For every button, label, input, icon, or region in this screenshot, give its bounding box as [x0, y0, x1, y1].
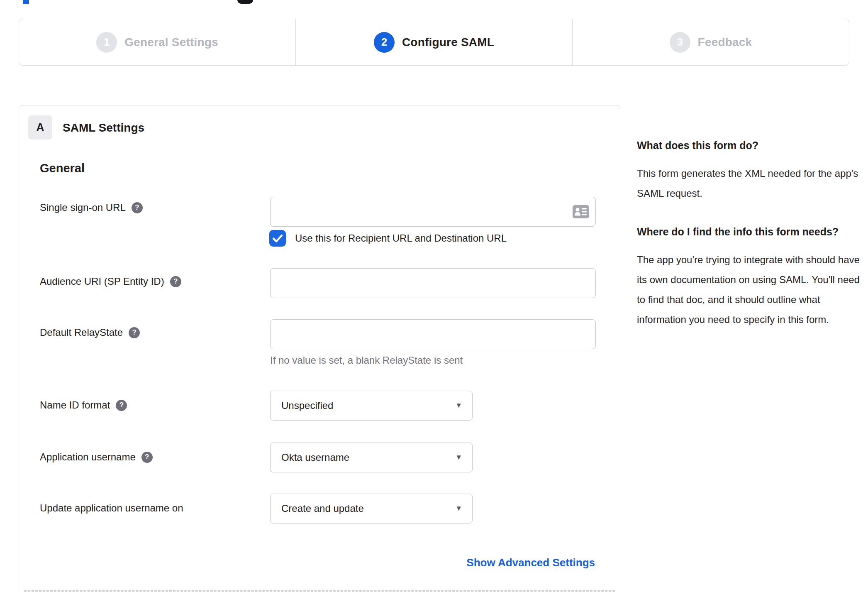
recipient-url-checkbox-row: Use this for Recipient URL and Destinati…: [269, 230, 507, 247]
step-2-number: 2: [374, 32, 395, 53]
step-2-label: Configure SAML: [402, 36, 494, 49]
application-username-label-text: Application username: [40, 451, 136, 463]
name-id-format-label: Name ID format ?: [40, 399, 127, 411]
relaystate-hint: If no value is set, a blank RelayState i…: [270, 355, 463, 366]
clipped-black-icon-fragment: [237, 0, 253, 4]
step-general-settings[interactable]: 1 General Settings: [19, 19, 295, 65]
update-app-username-select[interactable]: Create and update ▼: [270, 494, 473, 524]
help-icon[interactable]: ?: [141, 452, 153, 463]
dashed-divider: [24, 590, 615, 592]
step-configure-saml[interactable]: 2 Configure SAML: [295, 19, 572, 65]
audience-uri-label-text: Audience URI (SP Entity ID): [40, 276, 164, 287]
section-a-badge: A: [28, 115, 52, 139]
recipient-url-checkbox[interactable]: [269, 230, 286, 247]
application-username-select[interactable]: Okta username ▼: [270, 443, 473, 472]
help-icon[interactable]: ?: [116, 400, 127, 411]
application-username-value: Okta username: [281, 452, 349, 463]
name-id-format-label-text: Name ID format: [40, 399, 110, 411]
chevron-down-icon: ▼: [455, 401, 462, 410]
sidebar-heading-1: What does this form do?: [637, 136, 864, 154]
step-3-number: 3: [670, 32, 690, 53]
audience-uri-label: Audience URI (SP Entity ID) ?: [40, 276, 181, 287]
default-relaystate-label: Default RelayState ?: [40, 327, 140, 338]
single-sign-on-url-input[interactable]: [270, 197, 596, 227]
contact-card-icon[interactable]: [573, 205, 589, 218]
recipient-url-checkbox-label: Use this for Recipient URL and Destinati…: [295, 232, 507, 244]
update-app-username-label: Update application username on: [40, 502, 183, 514]
name-id-format-value: Unspecified: [281, 400, 333, 411]
help-icon[interactable]: ?: [170, 276, 181, 287]
update-app-username-label-text: Update application username on: [40, 502, 183, 514]
sidebar-body-2: The app you're trying to integrate with …: [637, 250, 864, 330]
default-relaystate-label-text: Default RelayState: [40, 327, 123, 338]
single-sign-on-url-label-text: Single sign-on URL: [40, 202, 126, 213]
sidebar-body-1: This form generates the XML needed for t…: [637, 164, 864, 203]
step-feedback[interactable]: 3 Feedback: [572, 19, 849, 65]
single-sign-on-url-label: Single sign-on URL ?: [40, 202, 143, 213]
default-relaystate-input[interactable]: [270, 319, 596, 349]
step-3-label: Feedback: [698, 36, 752, 49]
help-icon[interactable]: ?: [129, 327, 140, 338]
show-advanced-settings-link[interactable]: Show Advanced Settings: [466, 556, 595, 569]
saml-settings-panel: A SAML Settings General Single sign-on U…: [19, 105, 620, 592]
step-1-number: 1: [96, 32, 117, 53]
group-title-general: General: [40, 161, 85, 175]
name-id-format-select[interactable]: Unspecified ▼: [270, 391, 473, 421]
section-title: SAML Settings: [63, 121, 144, 135]
audience-uri-input[interactable]: [270, 268, 596, 298]
wizard-stepper: 1 General Settings 2 Configure SAML 3 Fe…: [19, 19, 849, 66]
step-1-label: General Settings: [124, 36, 218, 49]
update-app-username-value: Create and update: [281, 503, 364, 514]
application-username-label: Application username ?: [40, 451, 153, 463]
chevron-down-icon: ▼: [455, 504, 462, 513]
help-sidebar: What does this form do? This form genera…: [637, 136, 864, 349]
single-sign-on-url-field-wrap: [270, 197, 596, 227]
clipped-blue-tab-fragment: [23, 0, 29, 4]
chevron-down-icon: ▼: [455, 453, 462, 462]
sidebar-heading-2: Where do I find the info this form needs…: [637, 223, 864, 241]
help-icon[interactable]: ?: [132, 202, 143, 213]
